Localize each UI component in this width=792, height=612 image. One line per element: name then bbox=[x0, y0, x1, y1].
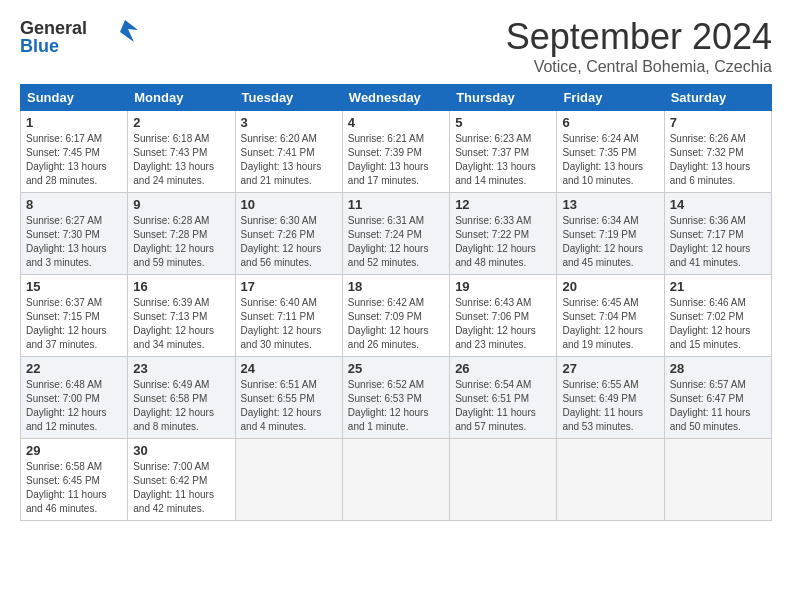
table-row: 7Sunrise: 6:26 AM Sunset: 7:32 PM Daylig… bbox=[664, 111, 771, 193]
cell-info: Sunrise: 6:48 AM Sunset: 7:00 PM Dayligh… bbox=[26, 378, 122, 434]
table-row: 10Sunrise: 6:30 AM Sunset: 7:26 PM Dayli… bbox=[235, 193, 342, 275]
table-row: 29Sunrise: 6:58 AM Sunset: 6:45 PM Dayli… bbox=[21, 439, 128, 521]
col-header-monday: Monday bbox=[128, 85, 235, 111]
svg-marker-2 bbox=[120, 20, 138, 42]
svg-text:Blue: Blue bbox=[20, 36, 59, 56]
table-row: 11Sunrise: 6:31 AM Sunset: 7:24 PM Dayli… bbox=[342, 193, 449, 275]
page-title: September 2024 bbox=[506, 16, 772, 58]
table-row: 17Sunrise: 6:40 AM Sunset: 7:11 PM Dayli… bbox=[235, 275, 342, 357]
cell-info: Sunrise: 6:57 AM Sunset: 6:47 PM Dayligh… bbox=[670, 378, 766, 434]
day-number: 16 bbox=[133, 279, 229, 294]
day-number: 20 bbox=[562, 279, 658, 294]
col-header-wednesday: Wednesday bbox=[342, 85, 449, 111]
day-number: 11 bbox=[348, 197, 444, 212]
day-number: 21 bbox=[670, 279, 766, 294]
col-header-thursday: Thursday bbox=[450, 85, 557, 111]
cell-info: Sunrise: 6:23 AM Sunset: 7:37 PM Dayligh… bbox=[455, 132, 551, 188]
svg-text:General: General bbox=[20, 18, 87, 38]
cell-info: Sunrise: 6:43 AM Sunset: 7:06 PM Dayligh… bbox=[455, 296, 551, 352]
table-row: 24Sunrise: 6:51 AM Sunset: 6:55 PM Dayli… bbox=[235, 357, 342, 439]
cell-info: Sunrise: 6:37 AM Sunset: 7:15 PM Dayligh… bbox=[26, 296, 122, 352]
table-row: 8Sunrise: 6:27 AM Sunset: 7:30 PM Daylig… bbox=[21, 193, 128, 275]
day-number: 12 bbox=[455, 197, 551, 212]
day-number: 3 bbox=[241, 115, 337, 130]
cell-info: Sunrise: 6:33 AM Sunset: 7:22 PM Dayligh… bbox=[455, 214, 551, 270]
calendar-table: SundayMondayTuesdayWednesdayThursdayFrid… bbox=[20, 84, 772, 521]
table-row: 22Sunrise: 6:48 AM Sunset: 7:00 PM Dayli… bbox=[21, 357, 128, 439]
cell-info: Sunrise: 6:27 AM Sunset: 7:30 PM Dayligh… bbox=[26, 214, 122, 270]
table-row: 13Sunrise: 6:34 AM Sunset: 7:19 PM Dayli… bbox=[557, 193, 664, 275]
cell-info: Sunrise: 6:46 AM Sunset: 7:02 PM Dayligh… bbox=[670, 296, 766, 352]
table-row: 4Sunrise: 6:21 AM Sunset: 7:39 PM Daylig… bbox=[342, 111, 449, 193]
cell-info: Sunrise: 6:40 AM Sunset: 7:11 PM Dayligh… bbox=[241, 296, 337, 352]
day-number: 10 bbox=[241, 197, 337, 212]
cell-info: Sunrise: 6:42 AM Sunset: 7:09 PM Dayligh… bbox=[348, 296, 444, 352]
cell-info: Sunrise: 6:36 AM Sunset: 7:17 PM Dayligh… bbox=[670, 214, 766, 270]
table-row bbox=[450, 439, 557, 521]
day-number: 29 bbox=[26, 443, 122, 458]
day-number: 7 bbox=[670, 115, 766, 130]
day-number: 22 bbox=[26, 361, 122, 376]
table-row: 23Sunrise: 6:49 AM Sunset: 6:58 PM Dayli… bbox=[128, 357, 235, 439]
cell-info: Sunrise: 6:21 AM Sunset: 7:39 PM Dayligh… bbox=[348, 132, 444, 188]
table-row: 9Sunrise: 6:28 AM Sunset: 7:28 PM Daylig… bbox=[128, 193, 235, 275]
table-row: 1Sunrise: 6:17 AM Sunset: 7:45 PM Daylig… bbox=[21, 111, 128, 193]
day-number: 15 bbox=[26, 279, 122, 294]
table-row: 16Sunrise: 6:39 AM Sunset: 7:13 PM Dayli… bbox=[128, 275, 235, 357]
day-number: 14 bbox=[670, 197, 766, 212]
table-row: 25Sunrise: 6:52 AM Sunset: 6:53 PM Dayli… bbox=[342, 357, 449, 439]
col-header-sunday: Sunday bbox=[21, 85, 128, 111]
day-number: 2 bbox=[133, 115, 229, 130]
table-row: 15Sunrise: 6:37 AM Sunset: 7:15 PM Dayli… bbox=[21, 275, 128, 357]
page-subtitle: Votice, Central Bohemia, Czechia bbox=[506, 58, 772, 76]
table-row: 28Sunrise: 6:57 AM Sunset: 6:47 PM Dayli… bbox=[664, 357, 771, 439]
table-row: 5Sunrise: 6:23 AM Sunset: 7:37 PM Daylig… bbox=[450, 111, 557, 193]
day-number: 27 bbox=[562, 361, 658, 376]
cell-info: Sunrise: 6:51 AM Sunset: 6:55 PM Dayligh… bbox=[241, 378, 337, 434]
table-row: 19Sunrise: 6:43 AM Sunset: 7:06 PM Dayli… bbox=[450, 275, 557, 357]
cell-info: Sunrise: 6:26 AM Sunset: 7:32 PM Dayligh… bbox=[670, 132, 766, 188]
logo-icon: GeneralBlue bbox=[20, 16, 140, 58]
day-number: 6 bbox=[562, 115, 658, 130]
table-row: 30Sunrise: 7:00 AM Sunset: 6:42 PM Dayli… bbox=[128, 439, 235, 521]
cell-info: Sunrise: 6:58 AM Sunset: 6:45 PM Dayligh… bbox=[26, 460, 122, 516]
table-row: 6Sunrise: 6:24 AM Sunset: 7:35 PM Daylig… bbox=[557, 111, 664, 193]
table-row bbox=[342, 439, 449, 521]
day-number: 28 bbox=[670, 361, 766, 376]
cell-info: Sunrise: 6:34 AM Sunset: 7:19 PM Dayligh… bbox=[562, 214, 658, 270]
cell-info: Sunrise: 6:28 AM Sunset: 7:28 PM Dayligh… bbox=[133, 214, 229, 270]
day-number: 25 bbox=[348, 361, 444, 376]
table-row: 21Sunrise: 6:46 AM Sunset: 7:02 PM Dayli… bbox=[664, 275, 771, 357]
table-row: 3Sunrise: 6:20 AM Sunset: 7:41 PM Daylig… bbox=[235, 111, 342, 193]
table-row: 27Sunrise: 6:55 AM Sunset: 6:49 PM Dayli… bbox=[557, 357, 664, 439]
day-number: 9 bbox=[133, 197, 229, 212]
day-number: 19 bbox=[455, 279, 551, 294]
day-number: 30 bbox=[133, 443, 229, 458]
table-row bbox=[235, 439, 342, 521]
table-row bbox=[664, 439, 771, 521]
day-number: 4 bbox=[348, 115, 444, 130]
table-row: 20Sunrise: 6:45 AM Sunset: 7:04 PM Dayli… bbox=[557, 275, 664, 357]
day-number: 5 bbox=[455, 115, 551, 130]
cell-info: Sunrise: 6:30 AM Sunset: 7:26 PM Dayligh… bbox=[241, 214, 337, 270]
day-number: 17 bbox=[241, 279, 337, 294]
cell-info: Sunrise: 6:39 AM Sunset: 7:13 PM Dayligh… bbox=[133, 296, 229, 352]
col-header-tuesday: Tuesday bbox=[235, 85, 342, 111]
logo: GeneralBlue bbox=[20, 16, 140, 58]
day-number: 23 bbox=[133, 361, 229, 376]
day-number: 13 bbox=[562, 197, 658, 212]
table-row: 14Sunrise: 6:36 AM Sunset: 7:17 PM Dayli… bbox=[664, 193, 771, 275]
cell-info: Sunrise: 6:31 AM Sunset: 7:24 PM Dayligh… bbox=[348, 214, 444, 270]
table-row: 2Sunrise: 6:18 AM Sunset: 7:43 PM Daylig… bbox=[128, 111, 235, 193]
cell-info: Sunrise: 6:17 AM Sunset: 7:45 PM Dayligh… bbox=[26, 132, 122, 188]
cell-info: Sunrise: 6:54 AM Sunset: 6:51 PM Dayligh… bbox=[455, 378, 551, 434]
day-number: 24 bbox=[241, 361, 337, 376]
cell-info: Sunrise: 6:45 AM Sunset: 7:04 PM Dayligh… bbox=[562, 296, 658, 352]
cell-info: Sunrise: 7:00 AM Sunset: 6:42 PM Dayligh… bbox=[133, 460, 229, 516]
table-row: 26Sunrise: 6:54 AM Sunset: 6:51 PM Dayli… bbox=[450, 357, 557, 439]
day-number: 18 bbox=[348, 279, 444, 294]
day-number: 8 bbox=[26, 197, 122, 212]
cell-info: Sunrise: 6:24 AM Sunset: 7:35 PM Dayligh… bbox=[562, 132, 658, 188]
cell-info: Sunrise: 6:52 AM Sunset: 6:53 PM Dayligh… bbox=[348, 378, 444, 434]
cell-info: Sunrise: 6:55 AM Sunset: 6:49 PM Dayligh… bbox=[562, 378, 658, 434]
